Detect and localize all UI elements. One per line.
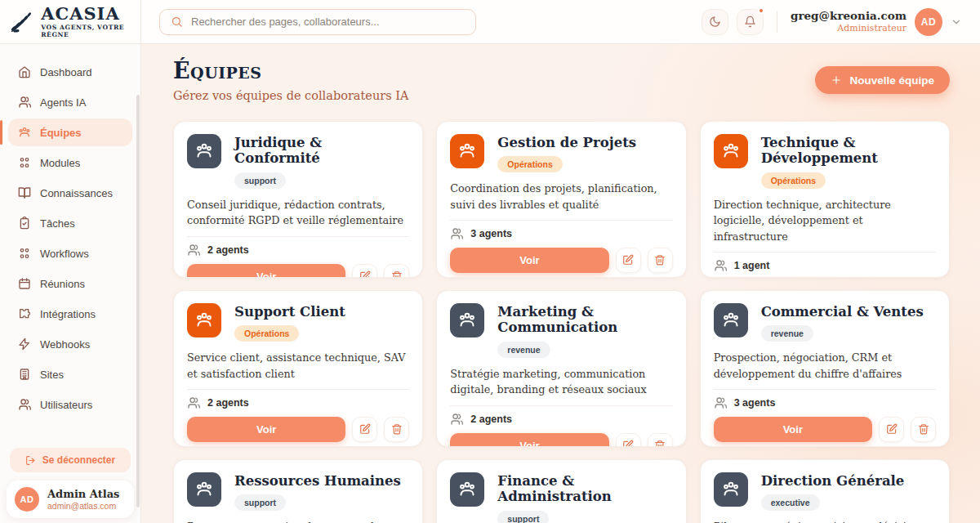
team-name: Support Client bbox=[234, 304, 345, 320]
edit-icon bbox=[359, 270, 371, 278]
sidebar-item-workflows[interactable]: Workflows bbox=[8, 239, 132, 267]
card-divider bbox=[450, 220, 672, 221]
dots-icon bbox=[18, 156, 31, 169]
team-description: Stratégie marketing, communication digit… bbox=[450, 366, 672, 397]
new-team-label: Nouvelle équipe bbox=[849, 74, 934, 87]
sidebar-item-dashboard[interactable]: Dashboard bbox=[8, 58, 132, 86]
view-team-button[interactable]: Voir bbox=[714, 417, 872, 442]
view-team-button[interactable]: Voir bbox=[187, 264, 345, 278]
team-name: Marketing & Communication bbox=[497, 304, 672, 337]
sidebar-item-sites[interactable]: Sites bbox=[8, 360, 132, 388]
team-description: Conseil juridique, rédaction contrats, c… bbox=[187, 197, 409, 228]
trash-icon bbox=[654, 440, 666, 447]
chevron-down-icon[interactable] bbox=[951, 16, 962, 28]
search-input[interactable] bbox=[191, 16, 465, 28]
brand-logo[interactable]: ACASIA VOS AGENTS, VOTRE RÈGNE bbox=[0, 0, 141, 43]
sidebar-scrollbar[interactable] bbox=[136, 95, 140, 507]
sidebar-item-agents-ia[interactable]: Agents IA bbox=[8, 88, 132, 116]
header-divider bbox=[777, 11, 777, 33]
delete-team-button[interactable] bbox=[648, 433, 673, 447]
team-card: Finance & Administration support Comptab… bbox=[436, 459, 686, 523]
dots-icon bbox=[18, 247, 31, 260]
users-icon bbox=[18, 398, 31, 411]
sidebar-item-reunions[interactable]: Réunions bbox=[8, 270, 132, 297]
team-card: Marketing & Communication revenue Straté… bbox=[436, 290, 686, 447]
delete-team-button[interactable] bbox=[384, 417, 409, 442]
edit-team-button[interactable] bbox=[879, 417, 904, 442]
app-window: ACASIA VOS AGENTS, VOTRE RÈGNE greg@kre bbox=[0, 0, 980, 523]
users-icon bbox=[714, 396, 727, 409]
team-card: Technique & Développement Opérations Dir… bbox=[700, 121, 950, 278]
profile-name: Admin Atlas bbox=[47, 488, 119, 501]
delete-team-button[interactable] bbox=[648, 248, 673, 273]
team-icon bbox=[18, 126, 31, 139]
main-content: Équipes Gérez vos équipes de collaborate… bbox=[141, 44, 980, 523]
plus-icon bbox=[831, 74, 842, 86]
users-icon bbox=[187, 396, 200, 409]
team-name: Gestion de Projets bbox=[497, 135, 636, 151]
sidebar-item-utilisateurs[interactable]: Utilisateurs bbox=[8, 391, 132, 418]
sidebar-item-label: Tâches bbox=[40, 217, 75, 230]
notification-dot bbox=[758, 7, 764, 14]
sidebar-item-label: Réunions bbox=[40, 278, 85, 290]
notifications-button[interactable] bbox=[737, 9, 764, 35]
profile-email: admin@atlas.com bbox=[47, 501, 119, 511]
theme-toggle-button[interactable] bbox=[702, 9, 728, 35]
sidebar-item-label: Webhooks bbox=[40, 338, 90, 351]
team-tile bbox=[450, 472, 484, 507]
team-name: Juridique & Conformité bbox=[234, 135, 409, 168]
trash-icon bbox=[391, 423, 403, 435]
team-category-badge: executive bbox=[761, 494, 820, 511]
new-team-button[interactable]: Nouvelle équipe bbox=[815, 66, 950, 94]
view-team-button[interactable]: Voir bbox=[450, 433, 608, 447]
user-role: Administrateur bbox=[791, 23, 906, 34]
search-icon bbox=[171, 16, 183, 28]
home-icon bbox=[18, 65, 31, 78]
view-team-button[interactable]: Voir bbox=[187, 417, 345, 442]
clipboard-icon bbox=[18, 217, 31, 230]
team-name: Direction Générale bbox=[761, 473, 905, 489]
users-icon bbox=[450, 227, 463, 240]
sidebar: Dashboard Agents IA Équipes Modules Conn… bbox=[0, 44, 141, 523]
sidebar-item-label: Dashboard bbox=[40, 66, 92, 78]
sidebar-item-label: Connaissances bbox=[40, 187, 113, 199]
delete-team-button[interactable] bbox=[911, 417, 936, 442]
sidebar-profile-card[interactable]: AD Admin Atlas admin@atlas.com bbox=[7, 481, 134, 518]
edit-team-button[interactable] bbox=[616, 248, 641, 273]
sidebar-item-connaissances[interactable]: Connaissances bbox=[8, 179, 132, 207]
edit-team-button[interactable] bbox=[616, 433, 641, 447]
sidebar-item-webhooks[interactable]: Webhooks bbox=[8, 330, 132, 358]
logout-label: Se déconnecter bbox=[42, 454, 115, 466]
group-icon bbox=[194, 480, 214, 499]
edit-team-button[interactable] bbox=[352, 264, 377, 278]
view-team-button[interactable]: Voir bbox=[450, 248, 608, 273]
card-divider bbox=[714, 252, 936, 253]
bell-icon bbox=[744, 16, 756, 28]
sidebar-item-equipes[interactable]: Équipes bbox=[8, 118, 132, 146]
sidebar-item-taches[interactable]: Tâches bbox=[8, 209, 132, 237]
sidebar-item-integrations[interactable]: Intégrations bbox=[8, 300, 132, 328]
global-search[interactable] bbox=[159, 9, 476, 35]
delete-team-button[interactable] bbox=[384, 264, 409, 278]
sidebar-item-label: Workflows bbox=[40, 248, 89, 260]
page-subtitle: Gérez vos équipes de collaborateurs IA bbox=[173, 89, 408, 102]
profile-avatar: AD bbox=[15, 487, 39, 512]
group-icon bbox=[457, 480, 477, 499]
sidebar-item-modules[interactable]: Modules bbox=[8, 149, 132, 177]
team-tile bbox=[450, 134, 484, 168]
logout-button[interactable]: Se déconnecter bbox=[10, 448, 131, 472]
group-icon bbox=[457, 311, 477, 330]
group-icon bbox=[194, 311, 214, 330]
team-category-badge: revenue bbox=[497, 342, 550, 358]
user-email: greg@kreonia.com bbox=[791, 10, 906, 23]
team-description: Coordination des projets, planification,… bbox=[450, 181, 672, 212]
edit-icon bbox=[622, 440, 634, 447]
team-card: Direction Générale executive Pilotage st… bbox=[700, 459, 950, 523]
team-description: Recrutement, gestion du personnel, forma… bbox=[187, 519, 409, 523]
avatar[interactable]: AD bbox=[915, 8, 942, 36]
team-category-badge: support bbox=[234, 494, 286, 511]
team-description: Pilotage stratégique, vision et décision… bbox=[714, 519, 936, 523]
edit-team-button[interactable] bbox=[352, 417, 377, 442]
edit-icon bbox=[886, 423, 898, 435]
agents-count: 3 agents bbox=[470, 228, 512, 239]
